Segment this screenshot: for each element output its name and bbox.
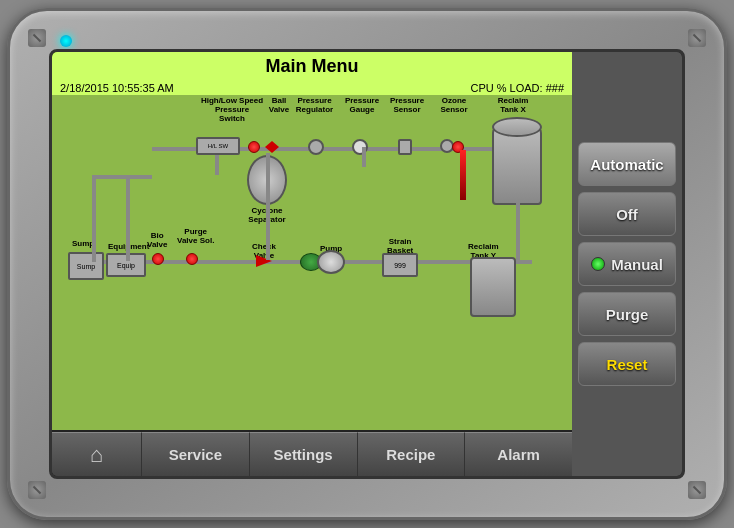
pipe-v-equip bbox=[126, 175, 130, 261]
pipe-v-cyclone-bottom bbox=[266, 203, 270, 260]
pipe-v-sump bbox=[92, 175, 96, 262]
pipe-v-hilo bbox=[215, 155, 219, 175]
valve-red-1 bbox=[248, 141, 260, 153]
label-bio-valve: BioValve bbox=[147, 232, 167, 250]
pipe-v-cyclone-top bbox=[266, 153, 270, 203]
label-ozone: OzoneSensor bbox=[434, 97, 474, 115]
ball-valve-symbol bbox=[265, 141, 279, 153]
label-pressure-gauge: PressureGauge bbox=[342, 97, 382, 115]
label-hi-lo: High/Low SpeedPressureSwitch bbox=[197, 97, 267, 123]
label-purge-valve: PurgeValve Sol. bbox=[177, 228, 214, 246]
hi-lo-box: H/L SW bbox=[196, 137, 240, 155]
label-check-valve: CheckValve bbox=[252, 243, 276, 261]
home-icon: ⌂ bbox=[90, 442, 103, 468]
pressure-sensor-symbol bbox=[398, 139, 412, 155]
cpu-info: CPU % LOAD: ### bbox=[470, 82, 564, 94]
manual-led bbox=[591, 257, 605, 271]
label-ball-valve: BallValve bbox=[264, 97, 294, 115]
pipe-v-1 bbox=[362, 147, 366, 167]
pump-circle bbox=[317, 250, 345, 274]
corner-screw-br bbox=[688, 481, 706, 499]
purge-valve-symbol bbox=[186, 253, 198, 265]
tank-reclaim-y bbox=[470, 257, 516, 317]
nav-bar: ⌂ Service Settings Recipe Alarm bbox=[52, 430, 572, 476]
pipe-v-tank-x bbox=[516, 203, 520, 260]
screen-container: Main Menu 2/18/2015 10:55:35 AM CPU % LO… bbox=[49, 49, 685, 479]
corner-screw-tl bbox=[28, 29, 46, 47]
label-pressure-reg: PressureRegulator bbox=[292, 97, 337, 115]
settings-button[interactable]: Settings bbox=[250, 432, 358, 476]
sump-box: Sump bbox=[68, 252, 104, 280]
cyclone-separator: CycloneSeparator bbox=[247, 155, 297, 223]
level-indicator bbox=[460, 150, 466, 200]
device-frame: Main Menu 2/18/2015 10:55:35 AM CPU % LO… bbox=[7, 8, 727, 520]
main-content: Main Menu 2/18/2015 10:55:35 AM CPU % LO… bbox=[52, 52, 572, 476]
info-bar: 2/18/2015 10:55:35 AM CPU % LOAD: ### bbox=[52, 81, 572, 95]
diagram-area: High/Low SpeedPressureSwitch BallValve P… bbox=[52, 95, 572, 430]
corner-screw-bl bbox=[28, 481, 46, 499]
label-pressure-sensor: PressureSensor bbox=[387, 97, 427, 115]
label-sump: Sump bbox=[72, 240, 94, 249]
bio-valve-symbol bbox=[152, 253, 164, 265]
automatic-button[interactable]: Automatic bbox=[578, 142, 676, 186]
manual-button[interactable]: Manual bbox=[578, 242, 676, 286]
off-button[interactable]: Off bbox=[578, 192, 676, 236]
label-reclaim-x: ReclaimTank X bbox=[488, 97, 538, 115]
side-panel: Automatic Off Manual Purge Reset bbox=[572, 52, 682, 476]
strain-basket-box: 999 bbox=[382, 253, 418, 277]
title-bar: Main Menu bbox=[52, 52, 572, 81]
alarm-button[interactable]: Alarm bbox=[465, 432, 572, 476]
recipe-button[interactable]: Recipe bbox=[358, 432, 466, 476]
service-button[interactable]: Service bbox=[142, 432, 250, 476]
screen-title: Main Menu bbox=[266, 56, 359, 76]
led-indicator bbox=[58, 33, 75, 50]
pressure-reg-symbol bbox=[308, 139, 324, 155]
reset-button[interactable]: Reset bbox=[578, 342, 676, 386]
tank-reclaim-x bbox=[492, 125, 542, 205]
purge-button[interactable]: Purge bbox=[578, 292, 676, 336]
home-button[interactable]: ⌂ bbox=[52, 432, 142, 476]
corner-screw-tr bbox=[688, 29, 706, 47]
datetime: 2/18/2015 10:55:35 AM bbox=[60, 82, 174, 94]
pipe-h-equip bbox=[92, 175, 152, 179]
tank-x-dome bbox=[492, 117, 542, 137]
